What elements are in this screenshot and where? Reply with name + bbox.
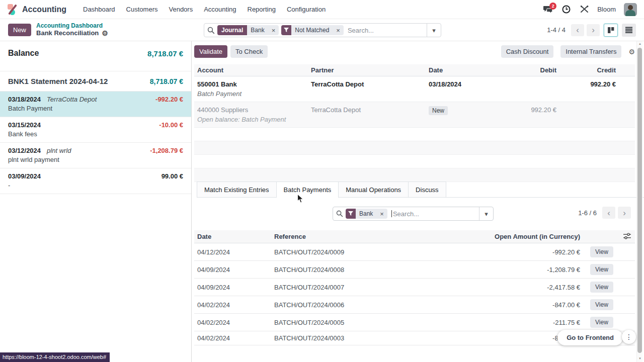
view-settings-gear-icon[interactable]: ⚙ bbox=[102, 30, 108, 37]
search-icon bbox=[336, 210, 343, 217]
statement-line[interactable]: 03/15/2024 -10.00 € Bank fees bbox=[0, 117, 191, 142]
line-amount: 99.00 € bbox=[162, 172, 183, 180]
messages-icon[interactable]: 2 bbox=[543, 5, 553, 14]
batch-row[interactable]: 04/02/2024 BATCH/OUT/2024/0006 -847.00 €… bbox=[194, 296, 635, 314]
tab-manual-operations[interactable]: Manual Operations bbox=[338, 182, 409, 197]
batch-amount: -992.20 € bbox=[482, 245, 583, 259]
search-input[interactable] bbox=[348, 27, 427, 34]
company-name[interactable]: Bloom bbox=[597, 6, 616, 13]
col-reference: Reference bbox=[271, 230, 482, 243]
nav-item-customers[interactable]: Customers bbox=[126, 6, 158, 13]
statement-line-selected[interactable]: 03/18/2024 TerraCotta Depot -992.20 € Ba… bbox=[0, 91, 191, 117]
scrollbar-thumb[interactable] bbox=[637, 48, 642, 353]
batch-row[interactable]: 04/09/2024 BATCH/OUT/2024/0007 -2,417.58… bbox=[194, 279, 635, 296]
empty-row bbox=[194, 128, 635, 141]
reconcile-row-bank[interactable]: 550001 Bank Batch Payment TerraCotta Dep… bbox=[194, 76, 635, 102]
batch-search-dropdown-caret-icon[interactable]: ▾ bbox=[479, 207, 493, 220]
tools-icon[interactable] bbox=[579, 5, 589, 14]
new-button[interactable]: New bbox=[8, 24, 31, 36]
search-dropdown-caret-icon[interactable]: ▾ bbox=[427, 24, 441, 37]
pager-previous-icon[interactable]: ‹ bbox=[571, 24, 584, 36]
validate-button[interactable]: Validate bbox=[194, 45, 227, 58]
view-button[interactable]: View bbox=[590, 317, 613, 328]
pager-next-icon[interactable]: › bbox=[587, 24, 600, 36]
nav-item-reporting[interactable]: Reporting bbox=[248, 6, 276, 13]
view-button[interactable]: View bbox=[590, 264, 613, 275]
reconciliation-panel: Validate To Check Cash Discount Internal… bbox=[192, 41, 644, 362]
batch-amount: -211.75 € bbox=[482, 316, 583, 329]
to-check-button[interactable]: To Check bbox=[230, 45, 268, 58]
batch-row[interactable]: 04/09/2024 BATCH/OUT/2024/0008 -1,208.79… bbox=[194, 261, 635, 279]
control-panel-right: 1-4 / 4 ‹ › bbox=[547, 24, 636, 37]
cash-discount-button[interactable]: Cash Discount bbox=[501, 45, 554, 58]
line-partner: TerraCotta Depot bbox=[47, 96, 97, 103]
facet-not-matched-close-icon[interactable]: × bbox=[333, 25, 344, 35]
batch-reference: BATCH/OUT/2024/0009 bbox=[271, 245, 482, 259]
reconcile-settings-gear-icon[interactable]: ⚙ bbox=[628, 48, 635, 55]
batch-date: 04/09/2024 bbox=[194, 263, 271, 277]
facet-bank-close-icon[interactable]: × bbox=[376, 209, 387, 219]
odoo-accounting-logo-icon[interactable] bbox=[7, 4, 18, 15]
go-to-frontend-button[interactable]: Go to Frontend bbox=[557, 330, 623, 345]
line-amount: -992.20 € bbox=[155, 96, 183, 103]
internal-transfers-button[interactable]: Internal Transfers bbox=[560, 45, 621, 58]
debit-cell: 992.20 € bbox=[501, 102, 559, 127]
batch-amount: -847.00 € bbox=[482, 298, 583, 312]
line-partner: plnt wrld bbox=[47, 147, 71, 154]
col-open-amount: Open Amount (in Currency) bbox=[482, 230, 583, 243]
line-memo: - bbox=[8, 182, 183, 189]
batch-date: 04/02/2024 bbox=[194, 298, 271, 312]
more-options-dots-icon[interactable]: ⋮ bbox=[622, 330, 636, 344]
balance-label: Balance bbox=[8, 49, 39, 58]
line-memo: Batch Payment bbox=[8, 105, 183, 112]
batch-date: 04/09/2024 bbox=[194, 281, 271, 294]
optional-columns-sliders-icon[interactable] bbox=[623, 233, 631, 239]
breadcrumb-parent-link[interactable]: Accounting Dashboard bbox=[36, 23, 108, 30]
app-name[interactable]: Accounting bbox=[22, 5, 66, 14]
batch-date: 04/12/2024 bbox=[194, 245, 271, 259]
facet-journal-value: Bank bbox=[247, 25, 268, 35]
main-search-bar[interactable]: Journal Bank × Not Matched × ▾ bbox=[204, 23, 441, 37]
col-date: Date bbox=[426, 64, 501, 76]
statement-line[interactable]: 03/09/2024 99.00 € - bbox=[0, 168, 191, 194]
batch-search-input[interactable] bbox=[393, 210, 479, 218]
batch-pager-previous-icon[interactable]: ‹ bbox=[602, 207, 615, 219]
tab-discuss[interactable]: Discuss bbox=[408, 182, 446, 197]
statement-line[interactable]: 03/12/2024 plnt wrld -1,208.79 € plnt wr… bbox=[0, 142, 191, 168]
reconcile-row-suggestion[interactable]: 440000 Suppliers Open balance: Batch Pay… bbox=[194, 102, 635, 128]
facet-journal-close-icon[interactable]: × bbox=[268, 25, 279, 35]
statement-header[interactable]: BNK1 Statement 2024-04-12 8,718.07 € bbox=[0, 71, 191, 91]
batch-row[interactable]: 04/12/2024 BATCH/OUT/2024/0009 -992.20 €… bbox=[194, 243, 635, 261]
view-button[interactable]: View bbox=[590, 246, 613, 257]
facet-not-matched-value: Not Matched bbox=[291, 25, 333, 35]
kanban-view-icon[interactable] bbox=[604, 24, 618, 37]
nav-item-vendors[interactable]: Vendors bbox=[169, 6, 193, 13]
tab-batch-payments[interactable]: Batch Payments bbox=[276, 182, 339, 197]
view-button[interactable]: View bbox=[590, 299, 613, 310]
batch-pager-next-icon[interactable]: › bbox=[618, 207, 631, 219]
new-badge: New bbox=[429, 106, 448, 115]
nav-item-configuration[interactable]: Configuration bbox=[287, 6, 326, 13]
reconcile-table-header: Account Partner Date Debit Credit bbox=[194, 64, 635, 76]
batch-date: 04/02/2024 bbox=[194, 316, 271, 329]
batch-row[interactable]: 04/02/2024 BATCH/OUT/2024/0005 -211.75 €… bbox=[194, 314, 635, 331]
batch-reference: BATCH/OUT/2024/0005 bbox=[271, 316, 482, 329]
line-memo: plnt wrld payment bbox=[8, 156, 183, 163]
nav-item-accounting[interactable]: Accounting bbox=[204, 6, 236, 13]
user-avatar[interactable] bbox=[624, 3, 637, 16]
scroll-up-icon[interactable]: ▲ bbox=[637, 42, 643, 45]
col-date: Date bbox=[194, 230, 271, 243]
view-button[interactable]: View bbox=[590, 282, 613, 293]
nav-item-dashboard[interactable]: Dashboard bbox=[83, 6, 115, 13]
activities-clock-icon[interactable] bbox=[561, 5, 571, 14]
systray: 2 Bloom bbox=[543, 3, 637, 16]
list-view-icon[interactable] bbox=[622, 24, 636, 37]
partner-cell: TerraCotta Depot bbox=[308, 76, 426, 102]
scroll-down-icon[interactable]: ▼ bbox=[637, 357, 643, 360]
tab-match-existing-entries[interactable]: Match Existing Entries bbox=[197, 182, 277, 197]
batch-search-bar[interactable]: Bank × ▾ bbox=[333, 207, 494, 221]
date-cell: 03/18/2024 bbox=[426, 76, 501, 102]
vertical-scrollbar[interactable]: ▲ ▼ bbox=[636, 41, 642, 362]
empty-row bbox=[194, 168, 635, 182]
col-partner: Partner bbox=[308, 64, 426, 76]
